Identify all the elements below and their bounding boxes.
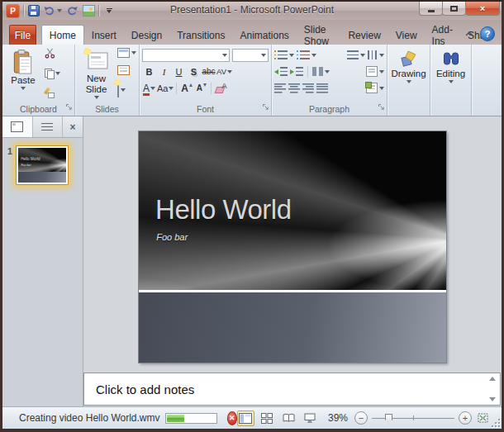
drawing-button[interactable]: Drawing <box>390 48 427 103</box>
reading-view-icon <box>283 413 295 423</box>
paste-button[interactable]: Paste <box>5 48 41 103</box>
align-center-button[interactable] <box>288 83 300 93</box>
minimize-button[interactable] <box>419 2 443 16</box>
justify-button[interactable] <box>316 83 328 93</box>
undo-dropdown-arrow[interactable] <box>57 9 62 12</box>
slide-1[interactable]: Hello World Foo bar <box>138 131 447 363</box>
tab-view[interactable]: View <box>388 26 425 45</box>
increase-indent-button[interactable] <box>290 67 303 76</box>
copy-dropdown-arrow[interactable] <box>55 72 60 75</box>
slide-subtitle-text[interactable]: Foo bar <box>156 232 188 242</box>
help-button[interactable]: ? <box>480 26 495 41</box>
scroll-down-icon[interactable] <box>489 397 496 401</box>
change-case-button[interactable]: Aa <box>157 82 174 95</box>
underline-button[interactable]: U <box>172 65 186 78</box>
editing-button[interactable]: Editing <box>433 48 468 103</box>
tab-home[interactable]: Home <box>41 25 84 45</box>
redo-button[interactable] <box>65 3 78 18</box>
slide-title-text[interactable]: Hello World <box>155 194 291 225</box>
font-size-combobox[interactable] <box>232 49 269 62</box>
scroll-up-icon[interactable] <box>489 377 496 381</box>
convert-to-smartart-button[interactable] <box>366 83 384 93</box>
change-case-label: Aa <box>157 83 168 93</box>
text-direction-button[interactable] <box>368 50 384 59</box>
tab-review[interactable]: Review <box>340 26 388 45</box>
paste-dropdown-arrow[interactable] <box>21 87 26 90</box>
align-right-button[interactable] <box>302 83 314 93</box>
slide-canvas[interactable]: Hello World Foo bar <box>83 116 502 373</box>
section-button[interactable] <box>117 83 136 97</box>
new-slide-dropdown-arrow[interactable] <box>94 96 99 99</box>
notes-panel[interactable]: Click to add notes <box>83 373 501 406</box>
reset-button[interactable] <box>117 65 136 75</box>
notes-scrollbar[interactable] <box>485 374 499 404</box>
slide-thumbnail-1[interactable]: Hello World Foo bar <box>16 145 69 185</box>
zoom-in-button[interactable]: + <box>459 411 472 425</box>
font-color-button[interactable]: A <box>142 82 156 95</box>
align-text-button[interactable] <box>366 66 384 77</box>
zoom-slider-thumb[interactable] <box>385 414 392 424</box>
group-drawing: Drawing <box>388 45 430 116</box>
grow-font-button[interactable]: A <box>179 82 193 95</box>
new-sparkle-icon <box>84 49 90 55</box>
tab-animations[interactable]: Animations <box>232 26 296 45</box>
undo-button[interactable] <box>44 3 62 18</box>
tab-slides-thumbnails[interactable] <box>2 116 33 137</box>
zoom-level[interactable]: 39% <box>328 412 348 424</box>
character-spacing-button[interactable]: AV <box>216 65 232 78</box>
maximize-button[interactable] <box>442 2 466 16</box>
tab-insert[interactable]: Insert <box>84 26 124 45</box>
numbering-button[interactable] <box>297 50 316 59</box>
slide-sorter-view-button[interactable] <box>259 411 276 426</box>
new-slide-button[interactable]: New Slide <box>78 48 115 103</box>
close-panel-button[interactable]: × <box>63 116 83 137</box>
close-button[interactable]: × <box>465 2 500 16</box>
format-painter-button[interactable] <box>45 88 60 97</box>
slide-show-button[interactable] <box>302 411 319 426</box>
picture-tool-button[interactable] <box>82 3 95 18</box>
clear-formatting-button[interactable] <box>214 82 228 95</box>
strikethrough-button[interactable]: abc <box>202 65 216 78</box>
copy-button[interactable] <box>45 69 60 78</box>
bullets-button[interactable] <box>274 50 294 59</box>
font-name-combobox[interactable] <box>142 49 230 62</box>
customize-qat-button[interactable] <box>102 3 116 18</box>
italic-button[interactable]: I <box>157 65 171 78</box>
layout-button[interactable] <box>117 48 136 58</box>
paragraph-dialog-launcher[interactable] <box>378 99 385 114</box>
numbering-icon <box>297 50 310 59</box>
tab-file[interactable]: File <box>9 25 36 45</box>
save-button[interactable] <box>27 3 40 18</box>
line-spacing-button[interactable] <box>347 50 365 59</box>
decrease-indent-button[interactable] <box>274 67 288 76</box>
powerpoint-app-icon[interactable]: P <box>6 4 20 18</box>
notes-placeholder[interactable]: Click to add notes <box>84 382 194 396</box>
columns-dropdown-arrow <box>325 70 330 74</box>
columns-button[interactable] <box>312 67 330 76</box>
fit-to-window-icon <box>477 412 489 424</box>
bold-button[interactable]: B <box>142 65 156 78</box>
clipboard-dialog-launcher[interactable] <box>66 99 73 114</box>
text-shadow-button[interactable]: S <box>187 65 201 78</box>
section-icon <box>117 83 119 97</box>
zoom-out-button[interactable]: − <box>354 411 368 425</box>
fit-slide-to-window-button[interactable] <box>476 411 490 425</box>
reading-view-button[interactable] <box>280 411 297 426</box>
tab-outline[interactable] <box>33 116 64 137</box>
zoom-slider[interactable] <box>372 418 454 419</box>
tab-slide-show[interactable]: Slide Show <box>297 26 341 45</box>
font-dialog-launcher[interactable] <box>263 99 269 114</box>
align-left-button[interactable] <box>274 83 286 93</box>
tab-add-ins[interactable]: Add-Ins <box>425 26 460 45</box>
group-editing: Editing <box>430 45 472 116</box>
dialog-launcher-icon <box>378 104 385 111</box>
cut-button[interactable] <box>45 48 60 59</box>
tab-design[interactable]: Design <box>124 26 169 45</box>
cancel-export-button[interactable]: ✕ <box>227 411 237 425</box>
resize-grip[interactable] <box>491 418 501 428</box>
minimize-ribbon-button[interactable] <box>465 31 473 36</box>
normal-view-button[interactable] <box>237 411 254 426</box>
tab-transitions[interactable]: Transitions <box>169 26 232 45</box>
minimize-icon <box>428 10 435 12</box>
shrink-font-button[interactable]: A <box>194 82 208 95</box>
